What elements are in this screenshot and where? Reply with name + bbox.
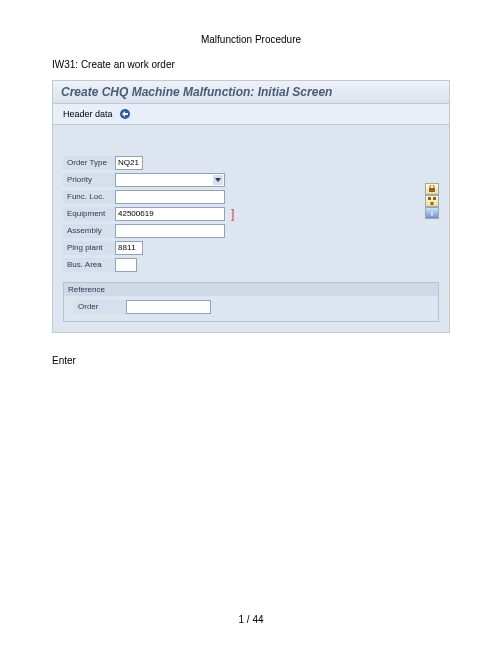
required-marker-icon: ] — [231, 207, 234, 221]
input-reference-order[interactable] — [126, 300, 211, 314]
label-priority: Priority — [63, 173, 115, 187]
row-order-type: Order Type — [63, 155, 439, 170]
header-data-icon[interactable] — [119, 108, 131, 120]
label-equipment: Equipment — [63, 207, 115, 221]
input-plng-plant[interactable] — [115, 241, 143, 255]
page-number: 1 / 44 — [0, 614, 502, 625]
input-func-loc[interactable] — [115, 190, 225, 204]
svg-rect-2 — [428, 197, 431, 200]
structure-icon[interactable] — [425, 195, 439, 207]
svg-text:i: i — [431, 210, 433, 217]
label-reference-order: Order — [74, 300, 126, 314]
doc-subtitle: IW31: Create an work order — [0, 59, 502, 80]
svg-rect-4 — [431, 202, 434, 205]
input-assembly[interactable] — [115, 224, 225, 238]
label-plng-plant: Plng plant — [63, 241, 115, 255]
chevron-down-icon — [213, 175, 223, 185]
form-area: Order Type Priority Func. Loc. Equipment… — [53, 125, 449, 332]
row-func-loc: Func. Loc. — [63, 189, 439, 204]
row-plng-plant: Plng plant — [63, 240, 439, 255]
label-func-loc: Func. Loc. — [63, 190, 115, 204]
row-reference-order: Order — [74, 299, 428, 314]
side-icons: i — [425, 183, 439, 219]
reference-header: Reference — [64, 283, 438, 296]
enter-text: Enter — [0, 333, 502, 366]
row-bus-area: Bus. Area — [63, 257, 439, 272]
select-priority[interactable] — [115, 173, 225, 187]
row-equipment: Equipment ] — [63, 206, 439, 221]
sap-panel: Create CHQ Machine Malfunction: Initial … — [52, 80, 450, 333]
svg-rect-3 — [433, 197, 436, 200]
input-equipment[interactable] — [115, 207, 225, 221]
toolbar-label: Header data — [63, 109, 113, 119]
svg-rect-1 — [429, 188, 435, 192]
input-order-type[interactable] — [115, 156, 143, 170]
input-bus-area[interactable] — [115, 258, 137, 272]
row-priority: Priority — [63, 172, 439, 187]
label-order-type: Order Type — [63, 156, 115, 170]
label-assembly: Assembly — [63, 224, 115, 238]
panel-title: Create CHQ Machine Malfunction: Initial … — [53, 81, 449, 104]
doc-title: Malfunction Procedure — [0, 0, 502, 59]
label-bus-area: Bus. Area — [63, 258, 115, 272]
info-icon[interactable]: i — [425, 207, 439, 219]
lock-icon[interactable] — [425, 183, 439, 195]
toolbar: Header data — [53, 104, 449, 125]
reference-block: Reference Order — [63, 282, 439, 322]
row-assembly: Assembly — [63, 223, 439, 238]
